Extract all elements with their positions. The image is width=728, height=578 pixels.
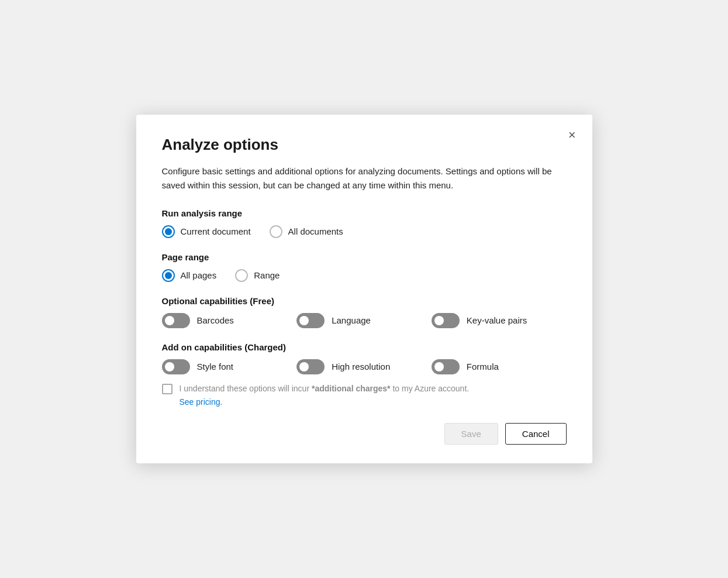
charges-notice-row: I understand these options will incur *a… [162,383,567,395]
toggle-language[interactable] [296,313,325,328]
radio-range[interactable]: Range [235,269,280,282]
radio-range-input[interactable] [235,269,248,282]
dialog-title: Analyze options [162,136,567,154]
toggle-kvpairs-option: Key-value pairs [432,313,567,328]
save-button: Save [444,423,498,445]
radio-current-document-label: Current document [181,226,251,236]
toggle-stylefont-option: Style font [162,359,297,374]
analyze-options-dialog: × Analyze options Configure basic settin… [136,115,592,463]
toggle-highres-option: High resolution [296,359,432,374]
radio-all-pages[interactable]: All pages [162,269,217,282]
toggle-barcodes[interactable] [162,313,190,328]
radio-current-document-input[interactable] [162,225,175,238]
optional-capabilities-toggles: Barcodes Language Key-value [162,313,567,328]
radio-all-documents-label: All documents [288,226,343,236]
toggle-stylefont[interactable] [162,359,190,374]
toggle-barcodes-option: Barcodes [162,313,297,328]
toggle-kvpairs[interactable] [432,313,460,328]
page-range-group: All pages Range [162,269,567,282]
toggle-barcodes-label: Barcodes [197,315,234,325]
addon-capabilities-toggles: Style font High resolution F [162,359,567,374]
radio-current-document[interactable]: Current document [162,225,251,238]
see-pricing-link[interactable]: See pricing. [180,397,567,407]
toggle-highres-label: High resolution [332,362,390,371]
radio-all-documents-input[interactable] [270,225,282,238]
radio-all-pages-label: All pages [181,270,217,280]
addon-capabilities-label: Add on capabilities (Charged) [162,342,567,352]
radio-all-documents[interactable]: All documents [270,225,343,238]
charges-notice-text: I understand these options will incur *a… [180,383,470,395]
charges-checkbox[interactable] [162,384,172,394]
cancel-button[interactable]: Cancel [505,423,567,445]
optional-capabilities-label: Optional capabilities (Free) [162,296,567,306]
toggle-formula-label: Formula [467,362,499,371]
run-analysis-range-section: Run analysis range Current document All … [162,208,567,238]
radio-all-pages-input[interactable] [162,269,175,282]
page-range-label: Page range [162,252,567,262]
toggle-formula[interactable] [432,359,460,374]
toggle-kvpairs-label: Key-value pairs [467,315,527,325]
run-analysis-range-group: Current document All documents [162,225,567,238]
close-button[interactable]: × [568,129,576,142]
optional-capabilities-section: Optional capabilities (Free) Barcodes [162,296,567,328]
addon-capabilities-section: Add on capabilities (Charged) Style font [162,342,567,407]
radio-range-label: Range [254,270,280,280]
dialog-description: Configure basic settings and additional … [162,164,567,192]
dialog-footer: Save Cancel [162,423,567,445]
toggle-stylefont-label: Style font [197,362,234,371]
page-range-section: Page range All pages Range [162,252,567,282]
toggle-highres[interactable] [296,359,325,374]
toggle-language-label: Language [332,315,371,325]
toggle-formula-option: Formula [432,359,567,374]
toggle-language-option: Language [296,313,432,328]
run-analysis-range-label: Run analysis range [162,208,567,218]
